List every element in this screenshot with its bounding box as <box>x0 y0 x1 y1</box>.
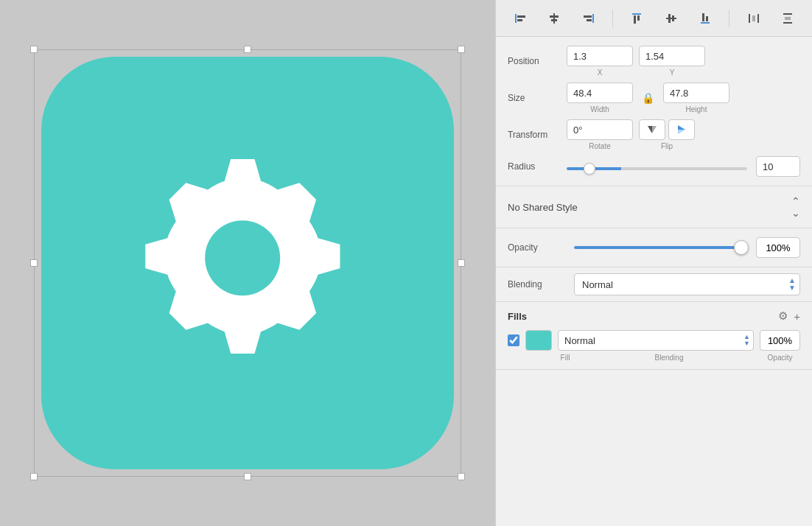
fills-add-icon[interactable]: + <box>794 310 800 323</box>
svg-marker-27 <box>678 130 685 134</box>
fills-gear-icon[interactable]: ⚙ <box>778 309 788 323</box>
align-bottom-icon[interactable] <box>695 8 715 29</box>
svg-rect-6 <box>592 14 594 23</box>
transform-row: Transform Rotate <box>508 119 800 150</box>
y-input[interactable] <box>639 46 705 66</box>
y-label: Y <box>670 69 675 77</box>
shared-style-row: No Shared Style ⌃⌄ <box>508 195 800 219</box>
svg-rect-9 <box>632 13 641 15</box>
transform-inputs: Rotate Flip <box>567 119 800 150</box>
fill-sub-opacity-label: Opacity <box>760 354 800 362</box>
blending-row: Blending Normal Multiply Screen Overlay … <box>496 267 812 302</box>
svg-rect-10 <box>634 15 636 24</box>
svg-marker-25 <box>652 126 657 133</box>
svg-rect-13 <box>668 14 671 23</box>
height-label: Height <box>686 105 707 113</box>
height-input-group: Height <box>663 83 729 113</box>
svg-rect-8 <box>587 19 592 21</box>
svg-rect-16 <box>702 13 704 21</box>
radius-label: Radius <box>508 161 567 172</box>
svg-rect-5 <box>551 19 557 21</box>
flip-group: Flip <box>639 119 695 150</box>
fills-title: Fills <box>508 311 527 322</box>
svg-rect-11 <box>637 15 640 21</box>
right-panel: Position X Y Size <box>495 0 812 526</box>
align-toolbar <box>496 0 812 37</box>
svg-rect-7 <box>584 15 592 18</box>
fill-enabled-checkbox[interactable] <box>508 334 519 346</box>
properties-panel: Position X Y Size <box>496 37 812 526</box>
fill-opacity-input[interactable] <box>760 330 800 351</box>
opacity-section: Opacity <box>496 228 812 267</box>
rotate-label: Rotate <box>589 142 610 150</box>
align-left-icon[interactable] <box>510 8 531 29</box>
shared-style-label: No Shared Style <box>508 202 578 213</box>
svg-rect-21 <box>783 13 792 15</box>
svg-rect-0 <box>515 14 517 23</box>
align-mid-v-icon[interactable] <box>661 8 682 29</box>
radius-input[interactable] <box>756 156 800 177</box>
flip-vertical-button[interactable] <box>668 119 695 140</box>
canvas-area <box>0 0 495 526</box>
fill-blending-wrapper: Normal Multiply Screen Overlay ▲▼ <box>558 330 754 351</box>
radius-row: Radius <box>508 156 800 177</box>
shared-style-chevron[interactable]: ⌃⌄ <box>791 195 800 219</box>
lock-icon[interactable]: 🔒 <box>642 92 654 104</box>
gear-card[interactable] <box>41 57 454 469</box>
blending-select[interactable]: Normal Multiply Screen Overlay Darken Li… <box>574 273 800 295</box>
svg-rect-4 <box>550 15 559 18</box>
fill-blending-select[interactable]: Normal Multiply Screen Overlay <box>558 330 754 351</box>
svg-rect-22 <box>783 22 792 24</box>
align-top-icon[interactable] <box>626 8 647 29</box>
svg-rect-12 <box>666 18 676 19</box>
svg-marker-26 <box>678 125 685 130</box>
blending-select-wrapper: Normal Multiply Screen Overlay Darken Li… <box>574 273 800 295</box>
fills-section: Fills ⚙ + Normal Multiply Screen Overlay <box>496 302 812 370</box>
opacity-slider[interactable] <box>574 246 749 249</box>
x-input[interactable] <box>567 46 633 66</box>
svg-rect-19 <box>757 14 759 23</box>
align-right-icon2[interactable] <box>578 8 599 29</box>
y-input-group: Y <box>639 46 705 77</box>
svg-rect-20 <box>752 15 755 21</box>
position-row: Position X Y <box>508 46 800 77</box>
distribute-h-icon[interactable] <box>743 8 764 29</box>
size-label: Size <box>508 93 567 103</box>
svg-rect-2 <box>517 19 522 21</box>
fill-sub-fill-label: Fill <box>552 354 578 362</box>
svg-rect-23 <box>785 17 791 20</box>
align-center-h-icon[interactable] <box>544 8 564 29</box>
position-inputs: X Y <box>567 46 800 77</box>
width-label: Width <box>590 105 609 113</box>
opacity-label: Opacity <box>508 242 567 253</box>
rotate-input-group: Rotate <box>567 119 633 150</box>
gear-icon <box>122 138 373 388</box>
radius-slider[interactable] <box>567 167 747 170</box>
width-input[interactable] <box>567 83 633 103</box>
fill-color-swatch[interactable] <box>525 330 552 351</box>
flip-buttons <box>639 119 695 140</box>
svg-rect-18 <box>749 14 750 23</box>
height-input[interactable] <box>663 83 729 103</box>
size-inputs: Width 🔒 Height <box>567 83 800 113</box>
fills-header: Fills ⚙ + <box>508 309 800 323</box>
rotate-input[interactable] <box>567 119 633 140</box>
fill-sub-labels: Fill Blending Opacity <box>508 354 800 362</box>
transform-label: Transform <box>508 130 567 140</box>
size-row: Size Width 🔒 Height <box>508 83 800 113</box>
radius-slider-container <box>567 161 747 172</box>
svg-rect-3 <box>553 13 555 24</box>
opacity-row: Opacity <box>508 237 800 258</box>
svg-rect-1 <box>517 15 525 18</box>
flip-horizontal-button[interactable] <box>639 119 665 140</box>
fill-sub-blending-label: Blending <box>584 354 754 362</box>
flip-label: Flip <box>661 142 673 150</box>
toolbar-sep-1 <box>612 10 613 27</box>
svg-marker-24 <box>648 126 652 133</box>
shared-style-section[interactable]: No Shared Style ⌃⌄ <box>496 186 812 228</box>
svg-rect-15 <box>701 22 710 24</box>
toolbar-sep-2 <box>729 10 729 27</box>
svg-rect-14 <box>672 15 674 21</box>
distribute-v-icon[interactable] <box>777 8 798 29</box>
opacity-input[interactable] <box>756 237 800 258</box>
